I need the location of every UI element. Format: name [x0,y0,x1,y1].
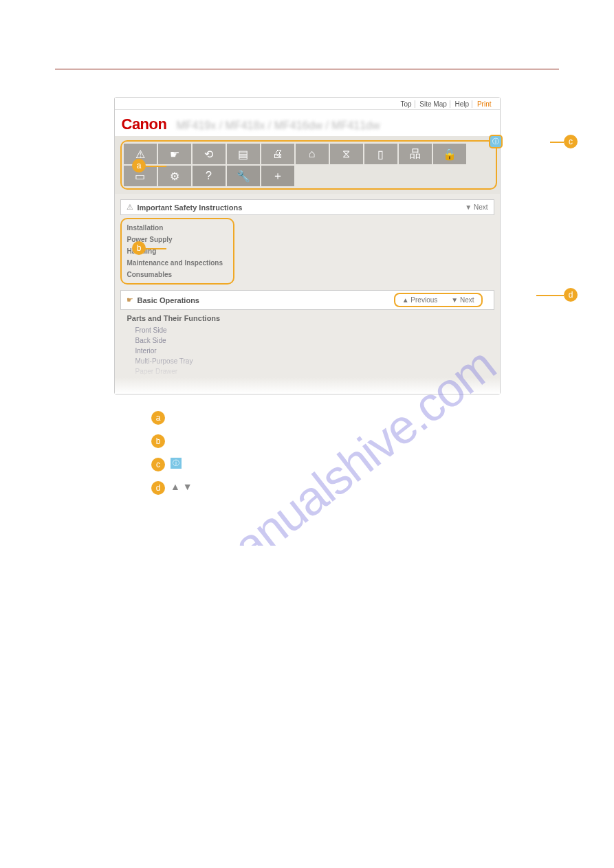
list-item[interactable]: Paper Drawer [127,366,487,377]
callout-d-badge: d [564,288,578,302]
next-link[interactable]: ▼ Next [444,294,481,306]
expand-all-icon[interactable]: ⓘ [489,135,503,148]
legend-badge-c: c [151,458,165,471]
section-basic-ops-title: Basic Operations [138,296,388,304]
section-safety: ⚠ Important Safety Instructions Next [120,199,494,215]
chapter-item[interactable]: Consumables [126,269,229,280]
doc-top-nav: Top Site Map Help Print [115,98,500,110]
list-item[interactable]: Back Side [127,335,487,346]
legend-badge-b: b [151,434,165,448]
nav-help[interactable]: Help [452,100,473,108]
down-triangle-icon: ▼ [183,481,193,492]
hand-icon: ☛ [127,296,133,304]
callout-line [146,166,166,167]
list-item[interactable]: Interior [127,346,487,356]
tool-network-icon[interactable]: 品 [399,144,432,164]
tool-timer-icon[interactable]: ⧖ [330,144,363,164]
up-triangle-icon: ▲ [171,481,180,492]
legend-badge-d: d [151,481,165,495]
legend-item-b: b [151,434,559,448]
legend-badge-a: a [151,411,165,425]
tool-refresh-icon[interactable]: ⟲ [193,144,226,164]
tool-lock-icon[interactable]: 🔒 [433,144,466,164]
tool-wrench-icon[interactable]: 🔧 [227,166,260,186]
tool-mobile-icon[interactable]: ▯ [364,144,397,164]
callout-line [550,142,564,143]
top-rule [55,69,559,69]
parts-heading[interactable]: Parts and Their Functions [127,314,487,322]
tool-help-icon[interactable]: ? [193,166,226,186]
callout-c-badge: c [564,135,578,148]
callout-a-badge: a [132,159,146,173]
tool-print-icon[interactable]: 🖨 [261,144,294,164]
list-item[interactable]: Front Side [127,325,487,335]
nav-sitemap[interactable]: Site Map [417,100,450,108]
brand-row: Canon MF419x / MF418x / MF416dw / MF411d… [115,110,500,136]
nav-print[interactable]: Print [474,100,494,108]
legend-item-c: c ⓘ [151,458,559,471]
expand-all-icon: ⓘ [171,458,182,469]
callout-b-badge: b [132,241,146,255]
legend-item-d: d ▲ ▼ [151,481,559,495]
category-toolbar: ⚠ ☛ ⟲ ▤ 🖨 ⌂ ⧖ ▯ 品 🔒 ▭ ⚙ ? 🔧 ＋ [123,143,494,187]
tool-scan-icon[interactable]: ⌂ [296,144,329,164]
section-basic-ops: ☛ Basic Operations ▲ Previous ▼ Next [120,290,494,310]
legend-item-a: a [151,411,559,425]
list-item[interactable]: Multi-Purpose Tray [127,356,487,366]
callout-line [536,295,564,296]
tool-doc-icon[interactable]: ▤ [227,144,260,164]
prevnext-highlight-d: ▲ Previous ▼ Next [394,293,483,307]
brand-logo: Canon [122,115,167,133]
parts-list: Parts and Their Functions Front Side Bac… [115,310,500,394]
nav-top[interactable]: Top [397,100,415,108]
chapter-item[interactable]: Installation [126,222,229,234]
prev-link[interactable]: ▲ Previous [395,294,445,306]
callout-line [146,248,166,249]
tool-gear-icon[interactable]: ⚙ [158,166,191,186]
section-safety-next[interactable]: Next [465,203,487,211]
list-item[interactable]: Operation Panel [127,377,487,387]
section-safety-title: Important Safety Instructions [138,203,465,212]
chapter-item[interactable]: Maintenance and Inspections [126,257,229,269]
model-text: MF419x / MF418x / MF416dw / MF411dw [176,120,380,132]
tool-plus-icon[interactable]: ＋ [261,166,294,186]
manual-screenshot: Top Site Map Help Print Canon MF419x / M… [114,97,501,394]
tool-hand-icon[interactable]: ☛ [158,144,191,164]
toolbar-highlight-a: ⚠ ☛ ⟲ ▤ 🖨 ⌂ ⧖ ▯ 品 🔒 ▭ ⚙ ? 🔧 ＋ [120,140,497,190]
warning-icon: ⚠ [127,203,133,212]
